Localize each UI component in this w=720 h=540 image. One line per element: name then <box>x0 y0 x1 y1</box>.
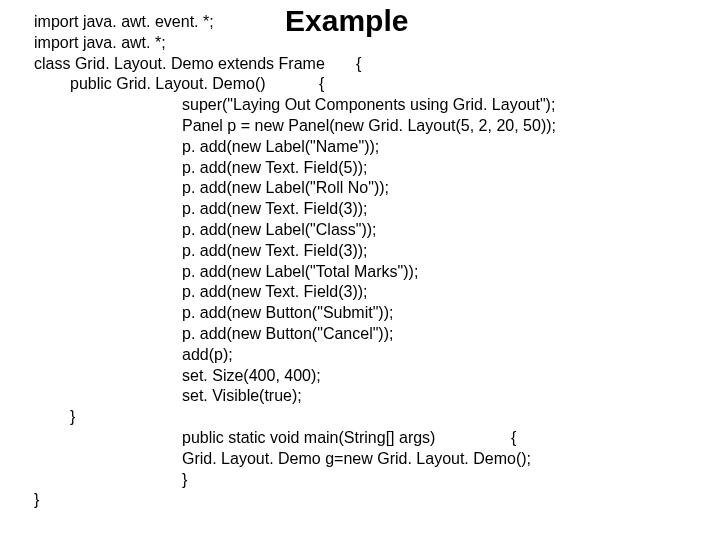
code-line: p. add(new Text. Field(5)); <box>34 158 556 179</box>
code-line: } <box>34 407 556 428</box>
code-line: p. add(new Label("Roll No")); <box>34 178 556 199</box>
code-line: super("Laying Out Components using Grid.… <box>34 95 556 116</box>
code-line: import java. awt. *; <box>34 33 556 54</box>
code-line: p. add(new Text. Field(3)); <box>34 199 556 220</box>
code-example: import java. awt. event. *; import java.… <box>34 12 556 511</box>
code-line: set. Size(400, 400); <box>34 366 556 387</box>
code-line: p. add(new Label("Class")); <box>34 220 556 241</box>
code-line: set. Visible(true); <box>34 386 556 407</box>
code-line: Grid. Layout. Demo g=new Grid. Layout. D… <box>34 449 556 470</box>
code-line: p. add(new Button("Submit")); <box>34 303 556 324</box>
code-line: add(p); <box>34 345 556 366</box>
code-line: } <box>34 490 556 511</box>
code-line: p. add(new Button("Cancel")); <box>34 324 556 345</box>
code-line: public Grid. Layout. Demo() { <box>34 74 556 95</box>
code-line: } <box>34 470 556 491</box>
code-line: Panel p = new Panel(new Grid. Layout(5, … <box>34 116 556 137</box>
code-line: p. add(new Text. Field(3)); <box>34 282 556 303</box>
code-line: public static void main(String[] args) { <box>34 428 556 449</box>
code-line: class Grid. Layout. Demo extends Frame { <box>34 54 556 75</box>
code-line: p. add(new Label("Total Marks")); <box>34 262 556 283</box>
code-line: import java. awt. event. *; <box>34 12 556 33</box>
code-line: p. add(new Text. Field(3)); <box>34 241 556 262</box>
code-line: p. add(new Label("Name")); <box>34 137 556 158</box>
